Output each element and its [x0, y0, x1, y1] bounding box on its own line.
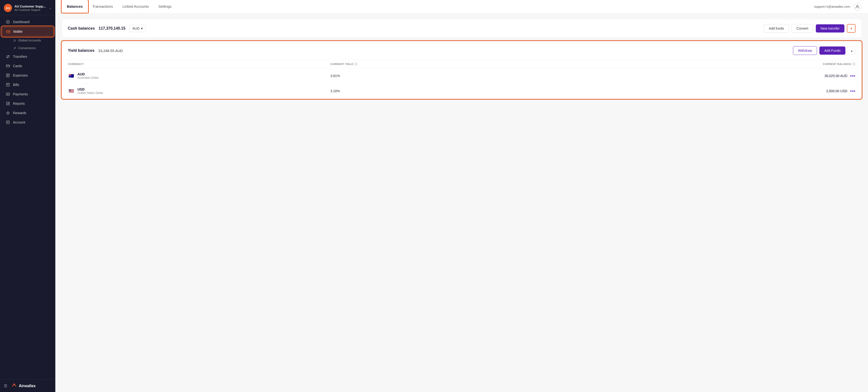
sidebar-item-wallet[interactable]: Wallet	[2, 27, 54, 36]
sidebar-item-label-reports: Reports	[13, 102, 25, 106]
cash-balances-left: Cash balances 117,370,140.15 AUD ▾	[68, 25, 146, 32]
yield-rate-aud: 3.81%	[330, 74, 593, 78]
hamburger-icon[interactable]: ☰	[4, 384, 7, 388]
col-header-yield: CURRENT YIELD i	[330, 62, 593, 66]
sidebar-item-transfers[interactable]: Transfers	[2, 52, 54, 61]
cash-balances-right: Add funds Convert New transfer ▾	[764, 24, 856, 33]
tab-settings[interactable]: Settings	[154, 0, 176, 13]
yield-table: CURRENCY CURRENT YIELD i CURRENT BALANCE…	[62, 60, 861, 99]
org-chevron-icon[interactable]: ⌄	[49, 6, 52, 10]
new-transfer-button[interactable]: New transfer	[816, 24, 844, 32]
tab-linked-accounts[interactable]: Linked Accounts	[118, 0, 154, 13]
yield-header-right: Withdraw Add Funds ▴	[793, 46, 856, 55]
sidebar-item-expenses[interactable]: Expenses	[2, 71, 54, 80]
rewards-icon	[6, 111, 10, 115]
sidebar-item-bills[interactable]: Bills	[2, 80, 54, 89]
sidebar-item-label-payments: Payments	[13, 92, 28, 96]
balance-amount-aud: 30,025.00 AUD	[825, 74, 847, 78]
currency-cell-usd: 🇺🇸 USD United States Dollar	[68, 87, 330, 95]
sidebar-item-conversions[interactable]: ↺ Conversions	[11, 44, 55, 52]
sidebar-item-account[interactable]: Account	[2, 118, 54, 127]
cash-balances-amount: 117,370,140.15	[99, 26, 125, 31]
sidebar-item-dashboard[interactable]: Dashboard	[2, 17, 54, 27]
cash-balances-label: Cash balances	[68, 26, 95, 31]
yield-label: Yield balances	[68, 48, 95, 53]
yield-balances-card: Yield balances 33,248.55 AUD Withdraw Ad…	[62, 41, 861, 99]
svg-point-10	[857, 5, 858, 7]
col-header-balance: CURRENT BALANCE i	[593, 62, 856, 66]
user-email: support+1@airwallex.com	[814, 5, 850, 8]
sidebar-item-label-dashboard: Dashboard	[13, 20, 30, 24]
balance-amount-usd: 2,000.00 USD	[826, 89, 847, 93]
sidebar-item-payments[interactable]: Payments	[2, 90, 54, 99]
user-avatar-button[interactable]	[854, 3, 861, 10]
wallet-sub-nav: ⊙ Global Accounts ↺ Conversions	[11, 36, 55, 52]
more-options-aud[interactable]: •••	[850, 74, 856, 79]
table-row: 🇦🇺 AUD Australian Dollar 3.81% 30,025.00…	[62, 68, 861, 84]
currency-code-usd: USD	[78, 87, 103, 91]
balance-cell-usd: 2,000.00 USD •••	[593, 89, 856, 94]
balance-cell-aud: 30,025.00 AUD •••	[593, 74, 856, 79]
yield-amount: 33,248.55 AUD	[98, 49, 123, 53]
convert-button[interactable]: Convert	[792, 24, 813, 33]
cash-balances-bar: Cash balances 117,370,140.15 AUD ▾ Add f…	[62, 19, 861, 37]
chevron-down-icon: ▾	[141, 27, 143, 30]
sidebar-item-label-rewards: Rewards	[13, 111, 26, 115]
sidebar-item-global-accounts[interactable]: ⊙ Global Accounts	[11, 36, 55, 44]
currency-info-aud: AUD Australian Dollar	[78, 72, 99, 80]
yield-info-icon[interactable]: i	[354, 62, 358, 66]
svg-point-7	[7, 94, 8, 95]
sidebar-item-label-transfers: Transfers	[13, 55, 27, 58]
flag-aud: 🇦🇺	[68, 74, 74, 78]
collapse-button[interactable]: ▴	[848, 47, 856, 54]
sidebar-item-reports[interactable]: Reports	[2, 99, 54, 108]
flag-usd: 🇺🇸	[68, 89, 74, 93]
tab-balances[interactable]: Balances	[62, 0, 88, 13]
conversions-icon: ↺	[13, 47, 17, 50]
balance-info-icon[interactable]: i	[852, 62, 856, 66]
main-content: Balances Transactions Linked Accounts Se…	[55, 0, 868, 392]
currency-cell-aud: 🇦🇺 AUD Australian Dollar	[68, 72, 330, 80]
airwallex-logo: Airwallex	[11, 383, 36, 389]
wallet-icon	[6, 29, 10, 34]
currency-info-usd: USD United States Dollar	[78, 87, 103, 95]
sidebar-header[interactable]: AU AU Customer Supp... AU Customer Suppo…	[0, 0, 55, 15]
sidebar-item-cards[interactable]: Cards	[2, 61, 54, 71]
more-options-usd[interactable]: •••	[850, 89, 856, 94]
account-icon	[6, 120, 10, 124]
top-nav-right: support+1@airwallex.com	[814, 3, 861, 10]
sidebar-sub-label-global-accounts: Global Accounts	[18, 38, 41, 42]
expenses-icon	[6, 73, 10, 78]
sidebar-sub-label-conversions: Conversions	[18, 46, 36, 50]
currency-code: AUD	[132, 27, 140, 30]
withdraw-button[interactable]: Withdraw	[793, 46, 817, 55]
sidebar-item-label-cards: Cards	[13, 64, 22, 68]
yield-add-funds-button[interactable]: Add Funds	[819, 47, 845, 55]
airwallex-brand-icon	[11, 383, 17, 389]
expand-button[interactable]: ▾	[847, 24, 856, 33]
svg-rect-2	[6, 31, 10, 33]
currency-code-aud: AUD	[78, 72, 99, 76]
sidebar-item-rewards[interactable]: Rewards	[2, 108, 54, 117]
cards-icon	[6, 64, 10, 68]
table-header: CURRENCY CURRENT YIELD i CURRENT BALANCE…	[62, 60, 861, 68]
org-sub: AU Customer Support	[14, 8, 47, 11]
svg-point-1	[7, 22, 8, 22]
chevron-down-icon: ▾	[850, 27, 852, 30]
page-content: Cash balances 117,370,140.15 AUD ▾ Add f…	[55, 13, 868, 392]
table-row: 🇺🇸 USD United States Dollar 3.16% 2,000.…	[62, 84, 861, 99]
org-name: AU Customer Supp...	[14, 5, 47, 8]
svg-rect-4	[6, 65, 10, 67]
org-info: AU Customer Supp... AU Customer Support	[14, 5, 47, 11]
tab-transactions[interactable]: Transactions	[88, 0, 118, 13]
add-funds-button[interactable]: Add funds	[764, 24, 789, 33]
svg-rect-6	[6, 93, 10, 95]
airwallex-brand-name: Airwallex	[19, 384, 36, 388]
yield-header: Yield balances 33,248.55 AUD Withdraw Ad…	[62, 41, 861, 60]
org-avatar: AU	[4, 4, 12, 12]
currency-dropdown[interactable]: AUD ▾	[129, 25, 146, 32]
transfers-icon	[6, 54, 10, 59]
reports-icon	[6, 101, 10, 106]
currency-name-usd: United States Dollar	[78, 91, 103, 95]
sidebar: AU AU Customer Supp... AU Customer Suppo…	[0, 0, 55, 392]
